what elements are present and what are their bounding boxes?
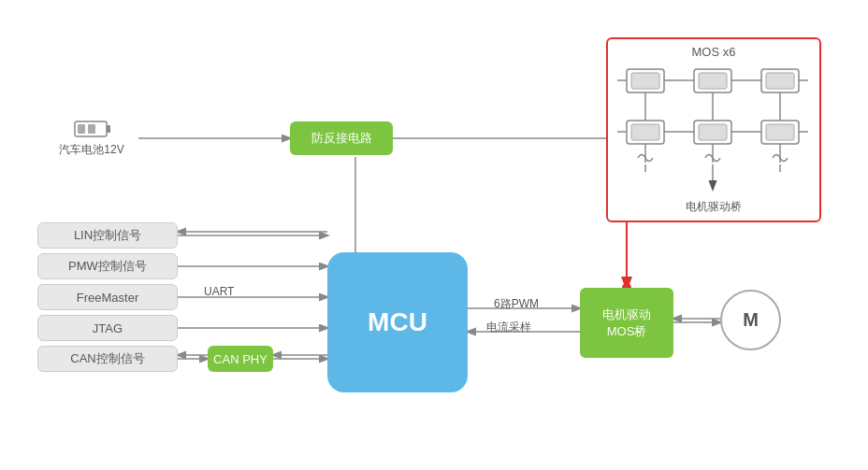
svg-rect-38	[766, 73, 794, 89]
battery-block: 汽车电池12V	[58, 112, 125, 164]
pmw-block: PMW控制信号	[37, 253, 178, 279]
svg-rect-44	[631, 124, 659, 140]
svg-rect-28	[631, 73, 659, 89]
svg-rect-58	[766, 124, 794, 140]
motor-drive-label: 电机驱动 MOS桥	[602, 306, 651, 340]
current-label: 电流采样	[486, 320, 531, 335]
battery-label: 汽车电池12V	[59, 142, 123, 158]
freemaster-label: FreeMaster	[77, 291, 138, 305]
freemaster-block: FreeMaster	[37, 284, 178, 310]
can-phy-block: CAN PHY	[208, 346, 273, 372]
can-ctrl-label: CAN控制信号	[70, 350, 144, 367]
pmw-label: PMW控制信号	[68, 258, 147, 275]
svg-rect-33	[699, 73, 727, 89]
lin-label: LIN控制信号	[74, 227, 141, 244]
svg-rect-51	[699, 124, 727, 140]
uart-label: UART	[204, 285, 234, 298]
motor-drive-block: 电机驱动 MOS桥	[580, 288, 673, 358]
reverse-protection-label: 防反接电路	[311, 130, 372, 147]
svg-rect-21	[107, 125, 110, 133]
diagram: 汽车电池12V 防反接电路 MCU LIN控制信号 PMW控制信号 FreeMa…	[0, 0, 868, 470]
mos-circuit-svg	[617, 60, 814, 209]
svg-rect-23	[88, 124, 95, 134]
jtag-label: JTAG	[93, 321, 123, 335]
pwm6-label: 6路PWM	[494, 296, 539, 312]
motor-block: M	[720, 290, 781, 350]
can-ctrl-block: CAN控制信号	[37, 346, 178, 372]
lin-block: LIN控制信号	[37, 222, 178, 249]
reverse-protection-block: 防反接电路	[290, 121, 393, 155]
battery-icon	[73, 120, 110, 138]
mcu-label: MCU	[368, 307, 427, 337]
svg-rect-22	[78, 124, 85, 134]
can-phy-label: CAN PHY	[213, 352, 268, 366]
mcu-block: MCU	[327, 252, 468, 392]
mos-title: MOS x6	[608, 45, 819, 59]
jtag-block: JTAG	[37, 315, 178, 341]
mos-subtitle: 电机驱动桥	[608, 199, 819, 215]
mos-box: MOS x6	[606, 37, 821, 222]
motor-label: M	[743, 309, 759, 331]
